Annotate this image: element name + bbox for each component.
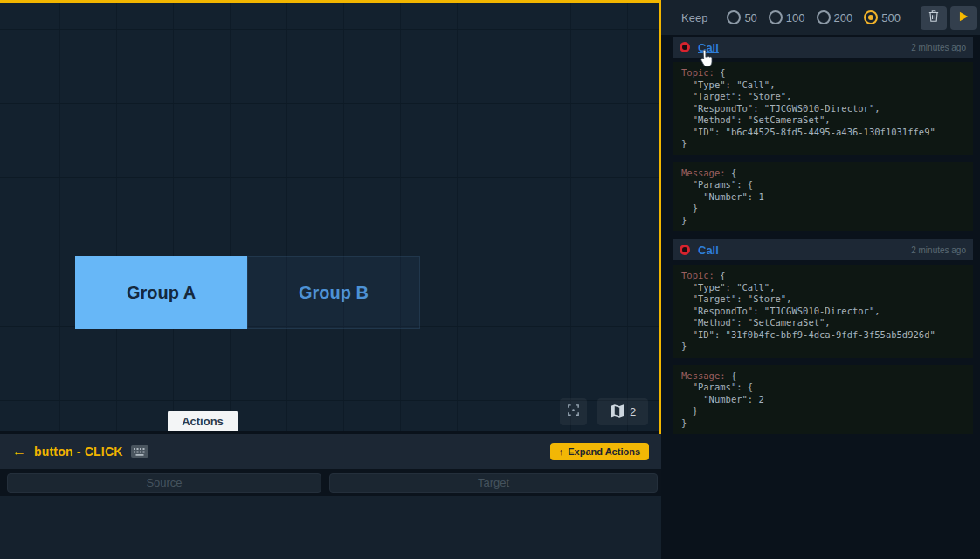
call-link[interactable]: Call xyxy=(698,41,719,54)
fit-view-icon xyxy=(566,403,581,421)
source-input[interactable] xyxy=(7,473,321,493)
minimap-count: 2 xyxy=(630,405,636,418)
map-icon xyxy=(610,404,625,420)
group-a-label: Group A xyxy=(127,283,196,303)
group-b-label: Group B xyxy=(299,283,369,303)
topic-json-block: Topic: { "Type": "Call", "Target": "Stor… xyxy=(673,62,973,155)
radio-100-icon xyxy=(769,10,783,24)
log-entry: Call 2 minutes ago Topic: { "Type": "Cal… xyxy=(673,239,973,441)
log-entry-header: Call 2 minutes ago xyxy=(673,37,973,58)
source-target-row xyxy=(0,469,661,496)
actions-tab[interactable]: Actions xyxy=(168,411,238,431)
expand-actions-button[interactable]: ↑ Expand Actions xyxy=(550,443,649,460)
flow-canvas[interactable]: Group A Group B 2 xyxy=(0,0,659,431)
radio-500-icon xyxy=(864,10,878,24)
call-link[interactable]: Call xyxy=(698,244,719,257)
play-button[interactable] xyxy=(950,6,977,30)
log-entry: Call 2 minutes ago Topic: { "Type": "Cal… xyxy=(673,37,973,238)
play-icon xyxy=(957,10,970,25)
clear-log-button[interactable] xyxy=(921,6,947,30)
call-status-icon xyxy=(680,42,690,52)
message-json-block: Message: { "Params": { "Number": 1 } } xyxy=(673,162,973,232)
selection-border-bottom xyxy=(0,0,661,3)
radio-50-icon xyxy=(727,10,741,24)
log-entry-header: Call 2 minutes ago xyxy=(673,239,973,260)
trash-icon xyxy=(928,10,940,25)
keep-option-200[interactable]: 200 xyxy=(817,10,853,24)
keyboard-icon xyxy=(131,445,148,458)
minimap-button[interactable]: 2 xyxy=(597,398,648,425)
action-editor-title: button - CLICK xyxy=(34,445,123,459)
group-a-node[interactable]: Group A xyxy=(75,256,247,329)
selection-border-right xyxy=(659,0,661,434)
app-window: Group A Group B 2 Actions xyxy=(0,0,980,559)
radio-200-icon xyxy=(817,10,831,24)
keep-option-100[interactable]: 100 xyxy=(769,10,805,24)
action-editor-titlebar: ← button - CLICK ↑ Expand Actions xyxy=(0,434,661,469)
log-entry-timestamp: 2 minutes ago xyxy=(911,245,966,255)
call-status-icon xyxy=(680,245,690,255)
expand-actions-label: Expand Actions xyxy=(568,446,640,457)
expand-arrow-icon: ↑ xyxy=(559,446,564,457)
fit-view-button[interactable] xyxy=(560,398,587,425)
message-log-panel: Keep 50 100 200 500 xyxy=(661,0,980,559)
action-editor-body xyxy=(0,496,661,559)
keep-option-500[interactable]: 500 xyxy=(864,10,901,24)
back-arrow-icon[interactable]: ← xyxy=(12,444,26,459)
action-editor-panel: ← button - CLICK ↑ Expand Actions xyxy=(0,434,661,559)
target-input[interactable] xyxy=(329,473,658,493)
keep-label: Keep xyxy=(681,11,707,24)
group-b-node[interactable]: Group B xyxy=(247,256,420,329)
keep-toolbar: Keep 50 100 200 500 xyxy=(661,0,980,35)
message-json-block: Message: { "Params": { "Number": 2 } } xyxy=(673,365,973,435)
actions-tab-label: Actions xyxy=(182,415,224,428)
topic-json-block: Topic: { "Type": "Call", "Target": "Stor… xyxy=(673,265,973,358)
log-entry-timestamp: 2 minutes ago xyxy=(911,43,966,52)
keep-option-50[interactable]: 50 xyxy=(727,10,756,24)
